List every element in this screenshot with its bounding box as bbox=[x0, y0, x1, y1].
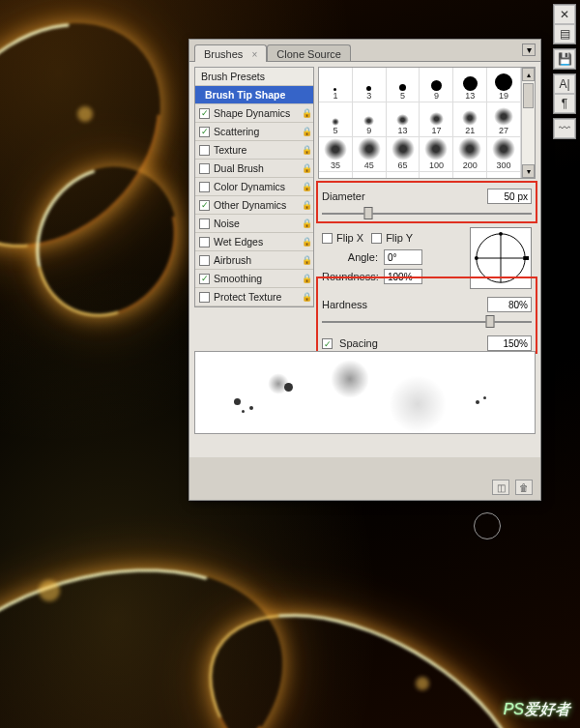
brush-size-label: 3 bbox=[366, 91, 371, 101]
paragraph-panel-icon[interactable]: ¶ bbox=[554, 94, 575, 113]
preferences-icon[interactable]: ✕ bbox=[554, 5, 575, 24]
lock-icon: 🔒 bbox=[302, 200, 309, 210]
brush-tip-cell[interactable] bbox=[353, 172, 387, 178]
lock-icon: 🔒 bbox=[302, 108, 309, 118]
new-brush-button[interactable]: ◫ bbox=[492, 480, 509, 495]
brush-tip-cell[interactable]: 5 bbox=[387, 68, 420, 102]
delete-brush-button[interactable]: 🗑 bbox=[515, 480, 533, 495]
checkbox[interactable] bbox=[199, 163, 210, 174]
diameter-label: Diameter bbox=[322, 190, 365, 202]
checkbox[interactable] bbox=[199, 292, 210, 303]
flipx-checkbox[interactable] bbox=[322, 233, 333, 244]
sidebar-item[interactable]: ✓Scattering🔒 bbox=[195, 123, 313, 141]
brush-tip-cell[interactable] bbox=[319, 172, 353, 178]
brush-tip-cell[interactable] bbox=[487, 172, 521, 178]
brush-tip-cell[interactable] bbox=[420, 172, 453, 178]
brush-tip-cell[interactable]: 300 bbox=[487, 137, 521, 172]
sidebar-item-label: Dual Brush bbox=[214, 162, 264, 174]
brush-presets-row[interactable]: Brush Presets bbox=[195, 68, 313, 86]
roundness-input[interactable] bbox=[384, 269, 422, 284]
save-icon[interactable]: 💾 bbox=[554, 49, 575, 69]
scroll-down[interactable]: ▾ bbox=[522, 164, 535, 178]
flipx-label: Flip X bbox=[336, 232, 363, 244]
brush-tip-cell[interactable]: 17 bbox=[420, 102, 453, 137]
brush-tip-cell[interactable]: 65 bbox=[387, 137, 420, 172]
brush-tip-cell[interactable] bbox=[453, 172, 487, 178]
brush-tip-cell[interactable]: 9 bbox=[353, 102, 387, 137]
checkbox[interactable] bbox=[199, 145, 210, 156]
flipy-checkbox[interactable] bbox=[371, 233, 382, 244]
sidebar-item[interactable]: Texture🔒 bbox=[195, 141, 313, 160]
sidebar-item-label: Scattering bbox=[214, 126, 259, 137]
sidebar-item[interactable]: Dual Brush🔒 bbox=[195, 160, 313, 178]
checkbox[interactable]: ✓ bbox=[199, 108, 210, 119]
tab-clone-source[interactable]: Clone Source bbox=[267, 44, 351, 62]
brush-tip-cell[interactable]: 27 bbox=[487, 102, 521, 137]
sidebar-item[interactable]: ✓Other Dynamics🔒 bbox=[195, 196, 313, 215]
checkbox[interactable]: ✓ bbox=[199, 127, 210, 137]
diameter-input[interactable] bbox=[487, 189, 532, 204]
bokeh bbox=[39, 580, 60, 601]
checkbox[interactable] bbox=[199, 218, 210, 229]
angle-input[interactable] bbox=[384, 249, 422, 265]
angle-widget[interactable] bbox=[470, 227, 532, 289]
lock-icon: 🔒 bbox=[302, 145, 309, 155]
panel-body: Brush Presets Brush Tip Shape✓Shape Dyna… bbox=[189, 61, 540, 457]
checkbox[interactable] bbox=[199, 255, 210, 266]
brush-tip-cell[interactable]: 13 bbox=[387, 102, 420, 137]
brush-size-label: 200 bbox=[463, 160, 478, 170]
sidebar-item[interactable]: ✓Shape Dynamics🔒 bbox=[195, 104, 313, 123]
spacing-input[interactable] bbox=[487, 335, 532, 351]
brush-size-label: 65 bbox=[398, 160, 408, 170]
diameter-slider[interactable] bbox=[322, 208, 532, 219]
brush-size-label: 1 bbox=[333, 91, 337, 101]
panel-tabs: Brushes × Clone Source bbox=[189, 40, 540, 61]
character-panel-icon[interactable]: A| bbox=[554, 74, 575, 94]
checkbox[interactable]: ✓ bbox=[199, 200, 210, 211]
scroll-thumb[interactable] bbox=[523, 83, 534, 108]
brush-tip-cell[interactable]: 100 bbox=[420, 137, 453, 172]
lock-icon: 🔒 bbox=[302, 255, 309, 265]
brush-size-label: 45 bbox=[364, 160, 374, 170]
brush-tip-cell[interactable]: 1 bbox=[319, 68, 353, 102]
sidebar-item[interactable]: Wet Edges🔒 bbox=[195, 233, 313, 251]
brush-tip-cell[interactable]: 13 bbox=[453, 68, 487, 102]
checkbox[interactable] bbox=[199, 237, 210, 248]
watermark: PS爱好者 bbox=[504, 700, 570, 720]
brushes-panel-icon[interactable]: 〰 bbox=[554, 119, 575, 138]
sidebar-item[interactable]: Brush Tip Shape bbox=[195, 86, 313, 104]
brush-size-label: 9 bbox=[366, 126, 371, 135]
lock-icon: 🔒 bbox=[302, 163, 309, 173]
lock-icon: 🔒 bbox=[302, 237, 309, 247]
scrollbar[interactable]: ▴ ▾ bbox=[521, 68, 535, 178]
brush-tip-cell[interactable]: 21 bbox=[453, 102, 487, 137]
close-icon[interactable]: × bbox=[251, 49, 257, 60]
sidebar-item[interactable]: Airbrush🔒 bbox=[195, 251, 313, 270]
checkbox[interactable] bbox=[199, 182, 210, 192]
brush-tip-cell[interactable]: 5 bbox=[319, 102, 353, 137]
brush-tip-cell[interactable]: 35 bbox=[319, 137, 353, 172]
panel-menu-button[interactable]: ▾ bbox=[522, 44, 536, 56]
sidebar-item-label: Noise bbox=[214, 218, 240, 229]
sidebar-item-label: Smoothing bbox=[214, 273, 262, 284]
brush-tip-cell[interactable]: 3 bbox=[353, 68, 387, 102]
checkbox[interactable]: ✓ bbox=[199, 274, 210, 284]
sidebar-item-label: Other Dynamics bbox=[214, 199, 286, 211]
brush-tip-cell[interactable]: 19 bbox=[487, 68, 521, 102]
brush-tip-cell[interactable]: 200 bbox=[453, 137, 487, 172]
tab-label: Brushes bbox=[204, 48, 243, 60]
sidebar-item[interactable]: Noise🔒 bbox=[195, 215, 313, 233]
sidebar-item[interactable]: Protect Texture🔒 bbox=[195, 288, 313, 306]
scroll-up[interactable]: ▴ bbox=[522, 68, 535, 81]
brush-tip-cell[interactable]: 9 bbox=[420, 68, 453, 102]
hardness-slider[interactable] bbox=[322, 316, 532, 328]
tab-brushes[interactable]: Brushes × bbox=[194, 44, 267, 62]
lock-icon: 🔒 bbox=[302, 274, 309, 283]
brush-tip-cell[interactable] bbox=[387, 172, 420, 178]
bridge-icon[interactable]: ▤ bbox=[554, 24, 575, 44]
brush-tip-cell[interactable]: 45 bbox=[353, 137, 387, 172]
spacing-checkbox[interactable]: ✓ bbox=[322, 338, 333, 349]
hardness-input[interactable] bbox=[487, 297, 532, 312]
sidebar-item[interactable]: ✓Smoothing🔒 bbox=[195, 270, 313, 288]
sidebar-item[interactable]: Color Dynamics🔒 bbox=[195, 178, 313, 196]
